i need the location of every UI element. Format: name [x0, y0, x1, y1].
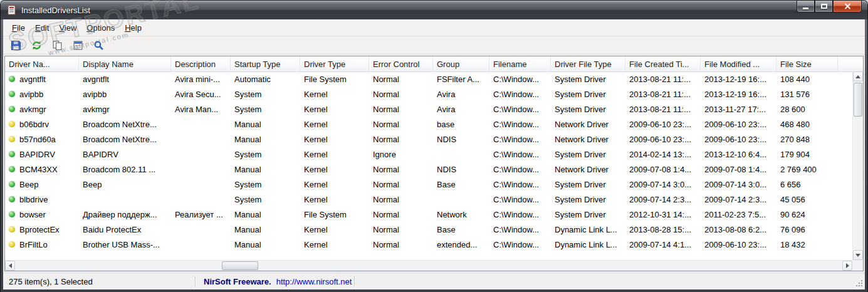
horizontal-scrollbar[interactable]	[5, 260, 852, 271]
scroll-left-button[interactable]	[5, 261, 15, 271]
cell: Avira	[433, 105, 489, 114]
menu-item-file[interactable]: File	[7, 21, 30, 35]
cell: 18 432	[776, 240, 838, 249]
menu-item-edit[interactable]: Edit	[30, 21, 54, 35]
vertical-scrollbar[interactable]	[852, 71, 863, 260]
table-row[interactable]: BeepBeepSystemKernelNormalBaseC:\Window.…	[5, 177, 852, 192]
close-button[interactable]	[833, 1, 862, 13]
column-header-11[interactable]: File Size	[776, 56, 838, 71]
column-header-0[interactable]: Driver Na...	[5, 56, 79, 71]
table-row[interactable]: BprotectExBaidu ProtectExManualKernelNor…	[5, 222, 852, 237]
properties-button[interactable]	[70, 38, 85, 53]
cell: C:\Window...	[489, 225, 551, 234]
column-header-2[interactable]: Description	[171, 56, 231, 71]
cell: Normal	[369, 105, 433, 114]
find-button[interactable]	[91, 38, 106, 53]
column-header-10[interactable]: File Modified ...	[701, 56, 776, 71]
cell: 2009-06-10 23:...	[701, 240, 776, 249]
column-header-4[interactable]: Driver Type	[300, 56, 369, 71]
table-row[interactable]: b06bdrvBroadcom NetXtre...ManualKernelNo…	[5, 117, 852, 132]
cell: Manual	[231, 210, 300, 219]
cell: Kernel	[300, 135, 369, 144]
cell: Normal	[369, 180, 433, 189]
cell: blbdrive	[5, 195, 79, 204]
table-row[interactable]: BAPIDRVBAPIDRVSystemKernelIgnoreC:\Windo…	[5, 147, 852, 162]
status-green-icon	[9, 211, 15, 217]
status-yellow-icon	[9, 226, 15, 232]
save-button[interactable]	[8, 38, 23, 53]
cell: Avira mini-...	[171, 75, 231, 84]
screen: InstalledDriversList FileEditViewOptions…	[0, 0, 868, 292]
cell: Ignore	[369, 150, 433, 159]
cell: Network Driver	[551, 120, 625, 129]
scroll-down-button[interactable]	[853, 250, 863, 260]
statusbar-separator	[354, 276, 355, 286]
cell: BCM43XX	[5, 165, 79, 174]
table-row[interactable]: avgntfltavgntfltAvira mini-...AutomaticF…	[5, 71, 852, 86]
cell: System	[231, 180, 300, 189]
cell: 2014-02-14 13:...	[625, 150, 701, 159]
column-header-1[interactable]: Display Name	[79, 56, 171, 71]
scroll-up-button[interactable]	[853, 71, 863, 81]
cell: BAPIDRV	[5, 150, 79, 159]
column-header-3[interactable]: Startup Type	[231, 56, 300, 71]
copy-button[interactable]	[50, 38, 65, 53]
table-row[interactable]: BrFiltLoBrother USB Mass-...ManualKernel…	[5, 237, 852, 252]
status-green-icon	[9, 91, 15, 97]
horizontal-scroll-thumb[interactable]	[222, 261, 258, 270]
column-header-5[interactable]: Error Control	[369, 56, 433, 71]
table-row[interactable]: avkmgravkmgrAvira Man...SystemKernelNorm…	[5, 102, 852, 117]
nirsoft-link[interactable]: http://www.nirsoft.net	[276, 277, 352, 286]
resize-grip[interactable]	[854, 278, 863, 287]
cell: Kernel	[300, 120, 369, 129]
status-yellow-icon	[9, 241, 15, 248]
column-header-6[interactable]: Group	[433, 56, 489, 71]
menu-item-help[interactable]: Help	[120, 21, 147, 35]
cell: Avira	[433, 90, 489, 99]
cell: Manual	[231, 120, 300, 129]
arrow-down-icon	[855, 254, 860, 257]
cell: 6 656	[776, 180, 838, 189]
cell: Baidu ProtectEx	[79, 225, 171, 234]
cell: Broadcom NetXtre...	[79, 135, 171, 144]
arrow-up-icon	[855, 75, 860, 78]
column-header-7[interactable]: Filename	[489, 56, 551, 71]
refresh-button[interactable]	[29, 38, 44, 53]
cell: 2013-12-19 16:...	[701, 75, 776, 84]
cell: Kernel	[300, 150, 369, 159]
status-green-icon	[9, 166, 15, 172]
cell: Kernel	[300, 195, 369, 204]
cell: Network Driver	[551, 135, 625, 144]
app-window: InstalledDriversList FileEditViewOptions…	[0, 0, 868, 292]
minimize-button[interactable]	[797, 1, 815, 13]
cell: System Driver	[551, 210, 625, 219]
table-row[interactable]: avipbbavipbbAvira Secu...SystemKernelNor…	[5, 86, 852, 102]
cell: 2009-07-14 3:0...	[625, 180, 701, 189]
column-header-9[interactable]: File Created Ti...	[625, 56, 701, 71]
maximize-button[interactable]	[815, 1, 833, 13]
cell: Kernel	[300, 105, 369, 114]
menu-item-options[interactable]: Options	[81, 21, 120, 35]
cell: System Driver	[551, 75, 625, 84]
status-yellow-icon	[9, 136, 15, 142]
scroll-right-button[interactable]	[842, 261, 852, 271]
vertical-scroll-thumb[interactable]	[854, 83, 862, 117]
properties-icon	[73, 40, 83, 51]
cell: Network Driver	[551, 165, 625, 174]
cell: Драйвер поддерж...	[79, 210, 171, 219]
table-row[interactable]: BCM43XXBroadcom 802.11 ...ManualKernelNo…	[5, 162, 852, 177]
table-row[interactable]: b57nd60aBroadcom NetXtre...ManualKernelN…	[5, 132, 852, 147]
cell: System Driver	[551, 195, 625, 204]
status-green-icon	[9, 181, 15, 187]
table-row[interactable]: blbdriveSystemKernelNormalC:\Window...Sy…	[5, 192, 852, 207]
title-bar[interactable]: InstalledDriversList	[1, 1, 867, 19]
cell: Normal	[369, 75, 433, 84]
cell: bowser	[5, 210, 79, 219]
table-row[interactable]: bowserДрайвер поддерж...Реализует ...Man…	[5, 207, 852, 222]
status-green-icon	[9, 76, 15, 82]
column-header-8[interactable]: Driver File Type	[551, 56, 625, 71]
cell: Broadcom 802.11 ...	[79, 165, 171, 174]
cell: avipbb	[5, 90, 79, 99]
menu-item-view[interactable]: View	[54, 21, 81, 35]
cell: 2013-11-27 17:...	[701, 105, 776, 114]
